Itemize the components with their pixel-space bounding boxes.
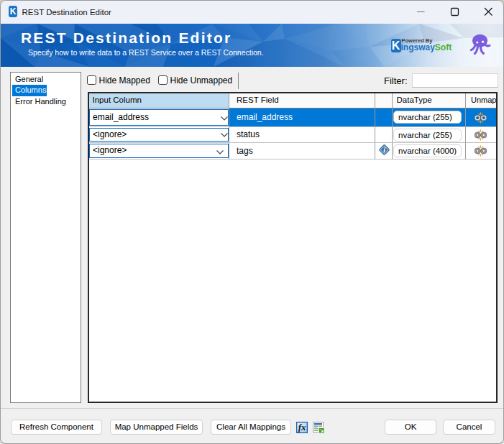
- svg-text:i: i: [383, 146, 385, 154]
- svg-text:fx: fx: [298, 422, 306, 433]
